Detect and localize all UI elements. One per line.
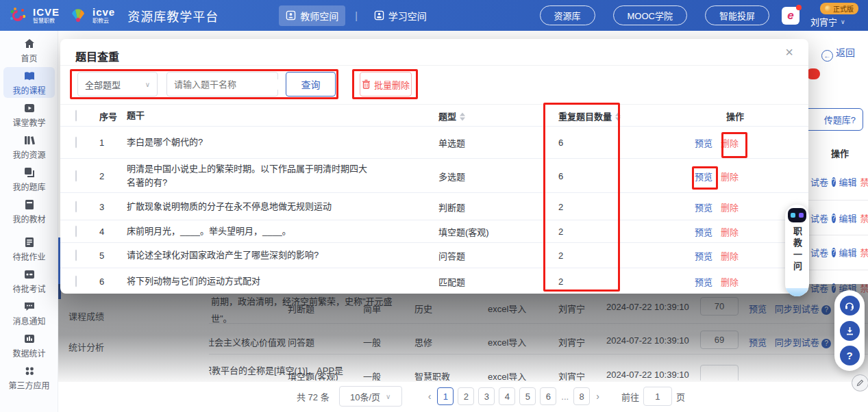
page-button-5[interactable]: 5	[519, 387, 536, 405]
cell-stem: 将下列动物与它们的运动方式配对	[127, 274, 368, 288]
learning-space-icon	[374, 10, 384, 21]
smart-cast-button[interactable]: 智能投屏	[705, 5, 769, 25]
cell-index: 4	[99, 227, 104, 237]
bg-cell-difficulty: 简单	[363, 302, 381, 315]
sidebar-item-my-textbooks[interactable]: 我的教材	[3, 196, 55, 227]
sidebar-item-my-question-bank[interactable]: 我的题库	[3, 164, 55, 194]
feedback-button[interactable]	[852, 374, 868, 391]
preview-link[interactable]: 预览	[695, 138, 712, 149]
page-button-6[interactable]: 6	[540, 387, 556, 405]
help-question-icon[interactable]: ?	[832, 214, 836, 223]
score-input[interactable]: 70	[700, 297, 739, 316]
bar-chart-icon	[23, 333, 36, 345]
next-page-button[interactable]: ›	[596, 391, 599, 402]
goto-page-input[interactable]	[643, 387, 672, 406]
download-button[interactable]	[840, 321, 860, 341]
score-input[interactable]: 69	[700, 331, 739, 349]
submenu-item-grades[interactable]: 课程成绩	[69, 309, 104, 322]
row-checkbox[interactable]	[75, 226, 77, 237]
preview-link[interactable]: 预览	[695, 251, 712, 261]
close-icon[interactable]: ×	[785, 44, 793, 60]
goto-label: 前往	[621, 390, 639, 403]
help-question-icon[interactable]: ?	[821, 339, 831, 348]
row-checkbox[interactable]	[75, 275, 77, 287]
col-header-duplicate-count[interactable]: 重复题目数量	[558, 109, 621, 122]
help-question-icon[interactable]: ?	[832, 283, 836, 293]
sidebar-item-classroom-teaching[interactable]: 课堂教学	[3, 99, 55, 130]
bg-actions-header: 操作	[831, 146, 849, 159]
row-checkbox[interactable]	[75, 250, 77, 261]
chevron-down-icon: ∨	[386, 393, 390, 400]
delete-link[interactable]: 删除	[721, 276, 739, 287]
app-grid-icon[interactable]: e	[782, 7, 799, 25]
sidebar-item-messages[interactable]: 消息通知	[3, 298, 55, 329]
user-menu[interactable]: 正式版 刘宵宁 ∨	[810, 3, 858, 28]
sort-carets-icon[interactable]	[615, 113, 621, 121]
preview-link[interactable]: 预览	[695, 227, 712, 237]
sidebar-item-third-party-apps[interactable]: 第三方应用	[3, 362, 55, 393]
cell-type: 判断题	[438, 200, 465, 213]
bg-row-actions: 试卷?编辑禁	[810, 246, 868, 259]
page-button-3[interactable]: 3	[478, 387, 495, 405]
total-count: 共 72 条	[297, 390, 330, 403]
cell-type: 多选题	[438, 169, 465, 182]
cell-stem: 扩散现象说明物质的分子在永不停息地做无规则运动	[127, 199, 368, 214]
back-button[interactable]: ← 返回	[821, 45, 855, 62]
row-checkbox[interactable]	[75, 201, 77, 212]
cell-index: 6	[99, 276, 104, 286]
row-checkbox[interactable]	[75, 137, 77, 149]
page-button-8[interactable]: 8	[573, 387, 590, 405]
sidebar-item-pending-exams[interactable]: 待批考试	[3, 266, 55, 296]
ai-assistant-widget[interactable]: 职教一问	[785, 205, 809, 296]
nav-learning-space[interactable]: 学习空间	[367, 5, 434, 26]
customer-service-button[interactable]	[840, 296, 860, 316]
table-row: 5 请论述全球化对国家政治产生了哪些深刻的影响? 问答题 2 预览删除	[60, 243, 808, 268]
brand-area: ICVE智慧职教 icve职教云 资源库教学平台	[0, 6, 219, 25]
select-all-checkbox[interactable]	[75, 110, 77, 121]
preview-link[interactable]: 预览	[695, 171, 712, 181]
cell-duplicate-count: 2	[558, 227, 563, 237]
notification-badge	[806, 68, 820, 79]
sidebar-item-data-statistics[interactable]: 数据统计	[3, 330, 55, 361]
table-row: 2 明清是中国小说史上的繁荣时期。以下作品属于明清时期四大名著的有? 多选题 6…	[60, 159, 808, 193]
nav-teacher-space[interactable]: 教师空间	[279, 5, 345, 26]
resource-library-button[interactable]: 资源库	[540, 5, 595, 25]
sidebar-item-my-resources[interactable]: 我的资源	[3, 131, 55, 162]
mooc-college-button[interactable]: MOOC学院	[613, 5, 687, 25]
exam-score-icon	[23, 268, 36, 281]
platform-title: 资源库教学平台	[127, 7, 219, 25]
cell-type: 填空题(客观)	[438, 225, 489, 238]
cell-index: 2	[99, 170, 104, 181]
row-checkbox[interactable]	[75, 170, 77, 181]
submenu-item-statistics[interactable]: 统计分析	[69, 340, 104, 353]
help-question-icon[interactable]: ?	[832, 248, 836, 257]
sidebar-item-my-courses[interactable]: 我的课程	[3, 67, 55, 98]
prev-page-button[interactable]: ‹	[428, 391, 432, 402]
divider	[808, 270, 868, 270]
sidebar-item-pending-homework[interactable]: 待批作业	[3, 233, 55, 264]
page-size-select[interactable]: 10条/页 ∨	[339, 386, 402, 407]
delete-link[interactable]: 删除	[721, 171, 739, 181]
query-button[interactable]: 查询	[286, 72, 336, 96]
stem-search-input[interactable]	[174, 79, 295, 90]
cell-duplicate-count: 2	[558, 276, 563, 286]
stacked-cards-icon	[23, 166, 36, 179]
sidebar-item-home[interactable]: 首页	[3, 35, 55, 66]
help-question-icon[interactable]: ?	[821, 305, 831, 315]
help-question-icon[interactable]: ?	[832, 177, 836, 187]
page-button-4[interactable]: 4	[499, 387, 515, 405]
question-type-select[interactable]: 全部题型 ∨	[77, 72, 158, 96]
page-button-2[interactable]: 2	[458, 387, 474, 405]
preview-link[interactable]: 预览	[695, 276, 712, 287]
delete-link[interactable]: 删除	[721, 251, 739, 261]
delete-link[interactable]: 删除	[721, 138, 739, 149]
batch-delete-button[interactable]: 批量删除	[360, 72, 412, 96]
delete-link[interactable]: 删除	[721, 227, 739, 237]
sort-carets-icon[interactable]	[460, 113, 465, 121]
page-button-1[interactable]: 1	[437, 387, 454, 405]
app-header: ICVE智慧职教 icve职教云 资源库教学平台 教师空间 |	[0, 0, 868, 31]
preview-link[interactable]: 预览	[695, 202, 712, 212]
help-button[interactable]: ?	[840, 346, 860, 365]
col-header-type[interactable]: 题型	[438, 109, 465, 122]
delete-link[interactable]: 删除	[721, 202, 739, 212]
